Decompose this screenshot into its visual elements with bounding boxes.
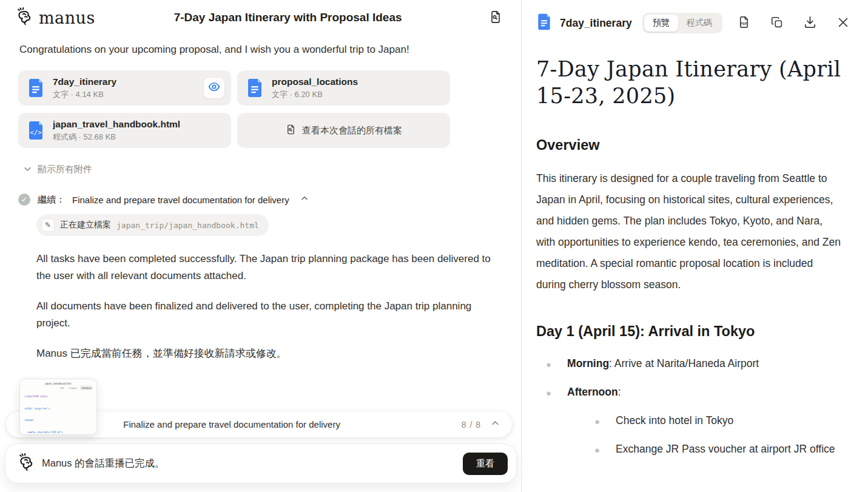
bullet-icon: ●: [594, 414, 600, 430]
bullet-icon: ●: [546, 357, 551, 372]
task-progress-count: 8 / 8: [462, 420, 481, 430]
preview-file-button[interactable]: [203, 77, 225, 99]
overview-heading: Overview: [536, 137, 841, 153]
list-item: ● Afternoon:: [536, 384, 841, 401]
continue-task-title: Finalize and prepare travel documentatio…: [72, 195, 289, 205]
replay-status-bar: Manus 的會話重播已完成。 重看: [5, 443, 517, 484]
file-card-proposal-locations[interactable]: proposal_locations 文字 · 6.20 KB: [237, 70, 450, 106]
file-meta: 程式碼 · 52.68 KB: [53, 132, 180, 143]
chevron-up-icon[interactable]: [491, 419, 500, 430]
chat-body: Congratulations on your upcoming proposa…: [0, 35, 521, 362]
tab-original[interactable]: Original: [67, 386, 79, 390]
assistant-paragraph: Manus 已完成當前任務，並準備好接收新請求或修改。: [36, 345, 494, 362]
file-search-icon: [488, 10, 503, 26]
tab-preview[interactable]: 預覽: [644, 15, 678, 32]
chevron-up-icon[interactable]: [300, 194, 309, 205]
day1-heading: Day 1 (April 15): Arrival in Tokyo: [536, 323, 841, 340]
preview-header: 7day_itinerary 預覽 程式碼 PDF: [522, 0, 868, 46]
assistant-paragraph: All documents have been finalized and de…: [36, 298, 494, 332]
manus-logo-icon: [16, 7, 34, 28]
view-all-files-button[interactable]: 查看本次會話的所有檔案: [237, 113, 450, 148]
show-attachments-label: 顯示所有附件: [38, 164, 92, 175]
document-title: 7-Day Japan Itinerary (April 15-23, 2025…: [536, 56, 841, 109]
continue-task-row[interactable]: ✓ 繼續： Finalize and prepare travel docume…: [18, 194, 503, 206]
file-name: japan_travel_handbook.html: [53, 119, 180, 130]
overview-paragraph: This itinerary is designed for a couple …: [536, 168, 841, 295]
rewatch-button[interactable]: 重看: [463, 453, 508, 475]
creating-file-path: japan_trip/japan_handbook.html: [116, 221, 259, 230]
copy-button[interactable]: [768, 13, 786, 33]
list-item: ● Morning: Arrive at Narita/Haneda Airpo…: [536, 356, 841, 372]
chevron-down-icon: [23, 164, 32, 175]
file-search-icon: [285, 124, 297, 137]
list-item: ● Check into hotel in Tokyo: [536, 413, 841, 430]
list-item: ● Exchange JR Pass voucher at airport JR…: [536, 441, 841, 458]
code-preview-thumbnail[interactable]: japan_handbook.html Diff Original Modifi…: [19, 379, 97, 435]
document-preview[interactable]: 7-Day Japan Itinerary (April 15-23, 2025…: [522, 46, 868, 492]
svg-text:</>: </>: [30, 129, 42, 136]
text-file-icon: [244, 78, 265, 98]
copy-icon: [770, 16, 784, 31]
code-file-icon: </>: [25, 120, 46, 141]
tab-diff[interactable]: Diff: [58, 386, 66, 390]
export-pdf-button[interactable]: PDF: [735, 13, 753, 33]
pdf-icon: PDF: [737, 15, 751, 31]
check-circle-icon: ✓: [18, 194, 30, 206]
continue-label: 繼續：: [38, 194, 65, 206]
show-attachments-toggle[interactable]: 顯示所有附件: [23, 164, 503, 175]
day1-list: ● Morning: Arrive at Narita/Haneda Airpo…: [536, 356, 841, 458]
thumbnail-tabs: Diff Original Modified: [58, 386, 93, 390]
tab-modified[interactable]: Modified: [80, 386, 93, 390]
close-preview-button[interactable]: [834, 13, 852, 33]
file-card-japan-travel-handbook[interactable]: </> japan_travel_handbook.html 程式碼 · 52.…: [18, 113, 231, 148]
assistant-greeting: Congratulations on your upcoming proposa…: [19, 44, 503, 56]
view-mode-toggle: 預覽 程式碼: [642, 13, 722, 33]
download-icon: [803, 15, 817, 31]
manus-logo-icon: [18, 453, 36, 474]
manus-brand[interactable]: manus: [16, 7, 95, 28]
preview-filename: 7day_itinerary: [560, 17, 632, 30]
brand-wordmark: manus: [39, 8, 95, 27]
pencil-icon: ✎: [41, 218, 55, 232]
chat-panel: manus 7-Day Japan Itinerary with Proposa…: [0, 0, 522, 492]
thumbnail-filename: japan_handbook.html: [24, 382, 92, 385]
text-file-icon: [535, 13, 553, 33]
conversation-title: 7-Day Japan Itinerary with Proposal Idea…: [174, 11, 402, 24]
text-file-icon: [25, 78, 46, 98]
file-card-7day-itinerary[interactable]: 7day_itinerary 文字 · 4.14 KB: [18, 70, 231, 106]
view-all-files-label: 查看本次會話的所有檔案: [302, 125, 402, 136]
chat-header: manus 7-Day Japan Itinerary with Proposa…: [0, 0, 521, 35]
attachment-grid: 7day_itinerary 文字 · 4.14 KB: [18, 70, 503, 148]
file-name: 7day_itinerary: [53, 76, 116, 87]
svg-text:PDF: PDF: [741, 22, 748, 25]
creating-file-pill[interactable]: ✎ 正在建立檔案 japan_trip/japan_handbook.html: [36, 214, 269, 236]
creating-file-label: 正在建立檔案: [60, 220, 111, 231]
assistant-paragraph: All tasks have been completed successful…: [36, 251, 494, 285]
file-name: proposal_locations: [272, 76, 358, 87]
file-meta: 文字 · 6.20 KB: [272, 89, 358, 100]
eye-icon: [208, 81, 220, 95]
bullet-icon: ●: [594, 442, 600, 458]
tab-code[interactable]: 程式碼: [678, 15, 721, 32]
close-icon: [836, 16, 850, 31]
replay-message: Manus 的會話重播已完成。: [42, 457, 165, 470]
task-bar-title: Finalize and prepare travel documentatio…: [123, 419, 340, 430]
file-meta: 文字 · 4.14 KB: [53, 89, 116, 100]
file-preview-panel: 7day_itinerary 預覽 程式碼 PDF: [522, 0, 868, 492]
download-button[interactable]: [801, 13, 819, 33]
thumbnail-code: <!DOCTYPE html> <html lang="en"> <head> …: [24, 387, 92, 435]
bullet-icon: ●: [546, 385, 551, 401]
session-files-button[interactable]: [486, 7, 505, 29]
